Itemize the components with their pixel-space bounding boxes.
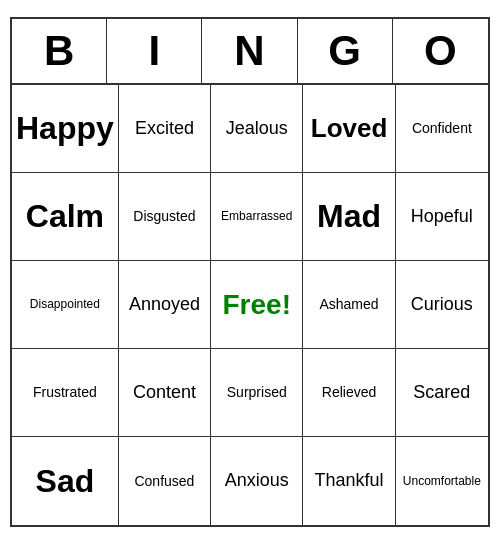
bingo-cell-4: Confident	[396, 85, 488, 173]
bingo-card: BINGO HappyExcitedJealousLovedConfidentC…	[10, 17, 490, 527]
bingo-cell-22: Anxious	[211, 437, 303, 525]
bingo-cell-2: Jealous	[211, 85, 303, 173]
bingo-grid: HappyExcitedJealousLovedConfidentCalmDis…	[12, 85, 488, 525]
bingo-cell-24: Uncomfortable	[396, 437, 488, 525]
bingo-cell-19: Scared	[396, 349, 488, 437]
bingo-cell-20: Sad	[12, 437, 119, 525]
bingo-cell-0: Happy	[12, 85, 119, 173]
bingo-letter-i: I	[107, 19, 202, 83]
bingo-cell-9: Hopeful	[396, 173, 488, 261]
bingo-header: BINGO	[12, 19, 488, 85]
bingo-cell-12: Free!	[211, 261, 303, 349]
bingo-cell-3: Loved	[303, 85, 395, 173]
bingo-cell-16: Content	[119, 349, 211, 437]
bingo-cell-21: Confused	[119, 437, 211, 525]
bingo-cell-8: Mad	[303, 173, 395, 261]
bingo-letter-o: O	[393, 19, 488, 83]
bingo-cell-15: Frustrated	[12, 349, 119, 437]
bingo-cell-7: Embarrassed	[211, 173, 303, 261]
bingo-cell-18: Relieved	[303, 349, 395, 437]
bingo-cell-17: Surprised	[211, 349, 303, 437]
bingo-cell-1: Excited	[119, 85, 211, 173]
bingo-letter-n: N	[202, 19, 297, 83]
bingo-cell-13: Ashamed	[303, 261, 395, 349]
bingo-cell-5: Calm	[12, 173, 119, 261]
bingo-letter-b: B	[12, 19, 107, 83]
bingo-cell-11: Annoyed	[119, 261, 211, 349]
bingo-cell-10: Disappointed	[12, 261, 119, 349]
bingo-cell-23: Thankful	[303, 437, 395, 525]
bingo-letter-g: G	[298, 19, 393, 83]
bingo-cell-14: Curious	[396, 261, 488, 349]
bingo-cell-6: Disgusted	[119, 173, 211, 261]
